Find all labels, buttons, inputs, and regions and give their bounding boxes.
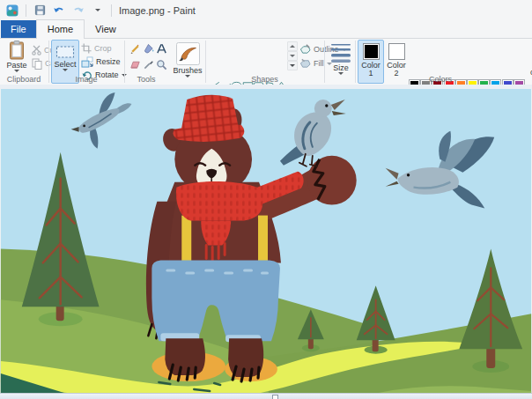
workspace-bottom-strip <box>0 393 532 399</box>
copy-icon <box>32 58 42 70</box>
bear-paw <box>307 156 357 205</box>
fill-with-color-tool-button[interactable] <box>142 42 154 55</box>
size-dropdown-caret <box>338 72 344 75</box>
eraser-icon <box>129 59 141 70</box>
eraser-tool-button[interactable] <box>129 58 141 70</box>
paint-logo-icon[interactable] <box>4 3 20 18</box>
image-group-label: Image <box>49 75 123 84</box>
color-picker-tool-button[interactable] <box>142 58 154 70</box>
brushes-icon <box>176 42 200 65</box>
pencil-tool-button[interactable] <box>129 42 141 55</box>
color1-swatch <box>363 43 380 60</box>
size-icon <box>330 43 351 63</box>
paint-window: { "window": { "title": "Image.png - Pain… <box>0 0 532 399</box>
scroll-up-icon <box>290 45 295 48</box>
crop-icon <box>81 43 92 54</box>
select-label: Select <box>54 60 76 69</box>
fill-icon <box>299 58 311 69</box>
tools-group-label: Tools <box>124 75 168 84</box>
tab-view[interactable]: View <box>85 20 127 38</box>
gallery-expand-icon <box>290 64 295 67</box>
window-title: Image.png - Paint <box>119 5 196 16</box>
paste-dropdown-caret <box>14 70 19 72</box>
paste-label: Paste <box>6 61 26 70</box>
paste-icon <box>8 41 26 60</box>
color2-swatch <box>388 43 405 60</box>
resize-button[interactable]: Resize <box>81 55 121 68</box>
edit-colors-label: Edit colors <box>528 61 532 77</box>
eyedropper-icon <box>143 59 154 70</box>
text-tool-button[interactable] <box>155 42 167 55</box>
suspender-right <box>258 216 268 267</box>
title-bar: Image.png - Paint <box>0 0 532 20</box>
scroll-down-icon <box>290 55 295 57</box>
tab-file[interactable]: File <box>1 20 36 38</box>
undo-icon[interactable] <box>51 3 67 18</box>
fill-label: Fill <box>314 59 324 68</box>
canvas-illustration <box>0 89 532 393</box>
brushes-label: Brushes <box>173 66 202 75</box>
ribbon: Paste Cut Copy Clipboard Select Crop Res… <box>0 39 532 85</box>
fill-bucket-icon <box>143 43 154 55</box>
cut-icon <box>32 45 41 55</box>
edit-colors-button[interactable]: Edit colors <box>525 40 532 84</box>
resize-icon <box>81 56 93 68</box>
quick-access-toolbar <box>0 3 114 18</box>
select-dropdown-caret <box>63 69 68 71</box>
save-icon[interactable] <box>32 3 48 18</box>
brushes-dropdown-caret <box>185 75 190 78</box>
select-icon <box>55 45 75 59</box>
outline-icon <box>299 44 311 55</box>
suspender-left <box>181 216 191 267</box>
text-icon <box>156 43 167 55</box>
magnifier-icon <box>156 59 167 70</box>
crop-button[interactable]: Crop <box>81 42 112 55</box>
shapes-scroll-down-button[interactable] <box>287 51 298 61</box>
magnifier-tool-button[interactable] <box>155 58 167 70</box>
crop-label: Crop <box>94 44 112 53</box>
drawing-canvas[interactable] <box>0 89 532 393</box>
ribbon-tabs: File Home View <box>0 20 532 39</box>
shapes-gallery-expand-button[interactable] <box>287 61 298 70</box>
shapes-scroll-up-button[interactable] <box>287 41 298 51</box>
clipboard-group-label: Clipboard <box>0 75 48 84</box>
group-separator <box>324 41 325 83</box>
pencil-icon <box>129 43 141 55</box>
size-label: Size <box>333 63 349 72</box>
colors-group-label: Colors <box>356 75 525 84</box>
size-button[interactable]: Size <box>327 40 355 84</box>
redo-icon[interactable] <box>70 3 86 18</box>
brushes-button[interactable]: Brushes <box>170 40 205 84</box>
separator <box>111 4 112 17</box>
canvas-resize-handle[interactable] <box>272 395 278 399</box>
tab-home[interactable]: Home <box>36 19 85 39</box>
resize-label: Resize <box>96 57 121 66</box>
quick-access-dropdown-icon[interactable] <box>90 3 106 18</box>
separator <box>26 4 26 17</box>
